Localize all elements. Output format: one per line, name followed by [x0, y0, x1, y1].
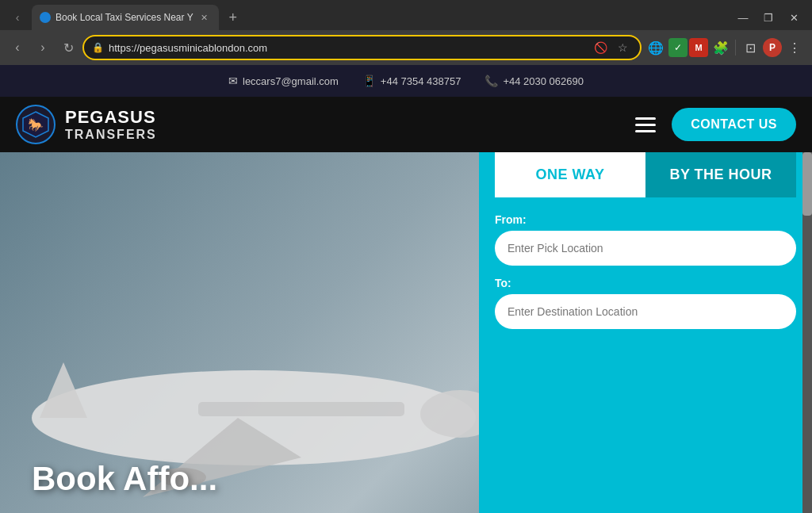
extensions-icon[interactable]: 🧩: [710, 36, 732, 59]
logo-icon: 🐎: [16, 105, 56, 144]
lock-icon: 🔒: [92, 42, 104, 53]
logo-text: PEGASUS TRANSFERS: [65, 107, 157, 142]
contact-us-button[interactable]: CONTACT US: [672, 108, 796, 141]
back-button[interactable]: ‹: [6, 36, 29, 59]
booking-panel: ONE WAY BY THE HOUR From: To:: [479, 152, 812, 513]
scrollbar-thumb[interactable]: [802, 152, 812, 216]
nav-bar: 🐎 PEGASUS TRANSFERS CONTACT US: [0, 97, 812, 152]
tab-by-hour[interactable]: BY THE HOUR: [645, 152, 796, 197]
hero-bottom-text: Book Affo...: [32, 461, 217, 497]
profile-icon[interactable]: P: [763, 38, 782, 57]
toolbar-divider: [735, 40, 736, 56]
phone2-info: 📞 +44 2030 062690: [485, 75, 584, 87]
tab-bar: ‹ Book Local Taxi Services Near Y ✕ + — …: [0, 0, 812, 30]
minimize-button[interactable]: —: [731, 6, 755, 29]
to-input[interactable]: [495, 294, 796, 329]
eye-slash-icon[interactable]: 🚫: [591, 38, 610, 57]
email-text: leccars7@gmail.com: [243, 75, 339, 87]
window-controls: — ❐ ✕: [731, 6, 806, 29]
hamburger-line-3: [635, 130, 656, 132]
phone1-text: +44 7354 438757: [381, 75, 462, 87]
bookmark-icon[interactable]: ☆: [613, 38, 632, 57]
media-router-icon[interactable]: ⊡: [739, 36, 761, 59]
phone1-icon: 📱: [362, 75, 376, 87]
from-label: From:: [495, 213, 796, 226]
forward-button[interactable]: ›: [32, 36, 54, 59]
menu-button[interactable]: ⋮: [783, 36, 806, 59]
hero-section: Book Affo... ONE WAY BY THE HOUR From: T…: [0, 152, 812, 513]
website-content: ✉ leccars7@gmail.com 📱 +44 7354 438757 📞…: [0, 65, 812, 513]
pegasus-logo-svg: 🐎: [21, 110, 50, 139]
email-info: ✉ leccars7@gmail.com: [228, 75, 339, 87]
to-group: To:: [495, 277, 796, 329]
email-icon: ✉: [228, 75, 238, 87]
logo-line2: TRANSFERS: [65, 128, 157, 142]
tab-close-button[interactable]: ✕: [198, 11, 211, 24]
logo-area: 🐎 PEGASUS TRANSFERS: [16, 105, 157, 144]
gmail-icon[interactable]: M: [689, 38, 708, 57]
tab-one-way[interactable]: ONE WAY: [495, 152, 645, 197]
extension-check-icon[interactable]: ✓: [668, 38, 688, 57]
tab-scroll-left[interactable]: ‹: [6, 6, 29, 29]
hamburger-menu[interactable]: [632, 114, 659, 136]
phone2-text: +44 2030 062690: [503, 75, 584, 87]
close-button[interactable]: ✕: [782, 6, 806, 29]
from-input[interactable]: [495, 231, 796, 266]
to-label: To:: [495, 277, 796, 289]
booking-tabs: ONE WAY BY THE HOUR: [495, 152, 796, 197]
url-input[interactable]: [109, 42, 586, 54]
hamburger-line-1: [635, 117, 656, 120]
info-bar: ✉ leccars7@gmail.com 📱 +44 7354 438757 📞…: [0, 65, 812, 97]
address-bar-row: ‹ › ↻ 🔒 🚫 ☆ 🌐 ✓ M 🧩 ⊡ P ⋮: [0, 30, 812, 65]
logo-line1: PEGASUS: [65, 107, 157, 128]
translate-icon[interactable]: 🌐: [645, 36, 667, 59]
new-tab-button[interactable]: +: [222, 6, 244, 29]
phone2-icon: 📞: [485, 75, 498, 87]
active-tab[interactable]: Book Local Taxi Services Near Y ✕: [32, 5, 219, 30]
from-group: From:: [495, 213, 796, 266]
toolbar-icons: 🌐 ✓ M 🧩 ⊡ P ⋮: [645, 36, 806, 59]
tab-title: Book Local Taxi Services Near Y: [56, 12, 193, 23]
maximize-button[interactable]: ❐: [756, 6, 780, 29]
nav-right: CONTACT US: [632, 108, 796, 141]
scrollbar[interactable]: [802, 152, 812, 513]
address-bar[interactable]: 🔒 🚫 ☆: [82, 35, 642, 60]
tab-favicon: [40, 12, 51, 23]
hamburger-line-2: [635, 124, 656, 126]
svg-text:🐎: 🐎: [28, 117, 44, 132]
address-bar-actions: 🚫 ☆: [591, 38, 632, 57]
phone1-info: 📱 +44 7354 438757: [362, 75, 462, 87]
reload-button[interactable]: ↻: [57, 36, 79, 59]
browser-chrome: ‹ Book Local Taxi Services Near Y ✕ + — …: [0, 0, 812, 65]
svg-rect-4: [198, 402, 404, 416]
